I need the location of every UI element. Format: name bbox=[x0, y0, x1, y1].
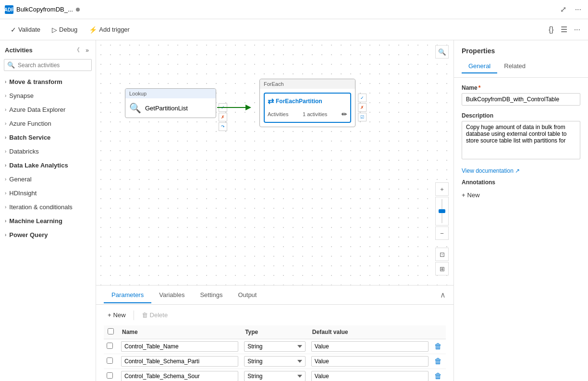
lookup-icon: 🔍 bbox=[129, 102, 141, 114]
top-bar-right: ⤢ ··· bbox=[558, 4, 583, 15]
bottom-tabs: Parameters Variables Settings Output ∧ bbox=[96, 286, 453, 305]
debug-button[interactable]: ▷ Debug bbox=[47, 24, 82, 36]
view-documentation-link[interactable]: View documentation ↗ bbox=[462, 167, 580, 174]
chevron-icon: › bbox=[5, 163, 6, 168]
foreach-inner: ⇄ ForEachPartition Activities 1 activiti… bbox=[264, 93, 351, 123]
param-default-input[interactable] bbox=[311, 341, 429, 352]
validate-button[interactable]: ✓ Validate bbox=[6, 24, 45, 36]
delete-parameter-button[interactable]: 🗑 Delete bbox=[138, 310, 172, 321]
delete-icon: 🗑 bbox=[142, 311, 148, 319]
foreach-title: ⇄ ForEachPartition bbox=[268, 96, 347, 106]
toolbar-right: {} ☰ ··· bbox=[547, 24, 582, 35]
chevron-icon: › bbox=[5, 107, 6, 112]
sidebar-item-machine-learning[interactable]: › Machine Learning bbox=[0, 214, 96, 228]
center-column: 🔍 Lookup 🔍 GetPartitionList ✓ ✗ ↷ bbox=[96, 40, 453, 381]
sidebar-item-batch-service[interactable]: › Batch Service bbox=[0, 131, 96, 144]
row-checkbox[interactable] bbox=[107, 372, 113, 379]
required-marker: * bbox=[478, 84, 481, 91]
layout-icon[interactable]: ⊞ bbox=[435, 262, 449, 275]
edit-activities-icon[interactable]: ✏ bbox=[342, 110, 347, 118]
foreach-status-btn-2[interactable]: ✗ bbox=[358, 103, 367, 112]
pipeline-canvas[interactable]: 🔍 Lookup 🔍 GetPartitionList ✓ ✗ ↷ bbox=[96, 40, 453, 285]
lookup-node-body: 🔍 GetPartitionList bbox=[125, 98, 216, 118]
sidebar-item-general[interactable]: › General bbox=[0, 172, 96, 186]
chevron-icon: › bbox=[5, 232, 6, 238]
param-type-select[interactable]: StringBoolIntFloatArrayObjectSecureStrin… bbox=[244, 341, 306, 352]
expand-all-icon[interactable]: » bbox=[84, 45, 91, 55]
sidebar-item-move-transform[interactable]: › Move & transform bbox=[0, 75, 96, 89]
chevron-icon: › bbox=[5, 79, 6, 84]
lookup-node[interactable]: Lookup 🔍 GetPartitionList ✓ ✗ ↷ bbox=[125, 88, 216, 118]
format-icon[interactable]: ☰ bbox=[559, 24, 569, 35]
sidebar-item-iteration-conditionals[interactable]: › Iteration & conditionals bbox=[0, 200, 96, 214]
sidebar-item-synapse[interactable]: › Synapse bbox=[0, 89, 96, 103]
foreach-status-btn-1[interactable]: ✓ bbox=[358, 94, 367, 102]
delete-row-button[interactable]: 🗑 bbox=[434, 342, 442, 351]
foreach-status-btn-3[interactable]: ☑ bbox=[358, 113, 367, 121]
param-name-input[interactable] bbox=[121, 371, 238, 381]
unsaved-indicator bbox=[76, 8, 80, 12]
row-checkbox[interactable] bbox=[107, 343, 113, 349]
fit-view-icon[interactable]: ⊡ bbox=[435, 248, 449, 261]
tab-output[interactable]: Output bbox=[230, 287, 264, 303]
canvas-search-icon[interactable]: 🔍 bbox=[435, 45, 449, 59]
code-icon[interactable]: {} bbox=[547, 24, 556, 35]
sidebar-item-power-query[interactable]: › Power Query bbox=[0, 228, 96, 242]
row-checkbox[interactable] bbox=[107, 357, 113, 364]
bottom-content: + New 🗑 Delete Name Type bbox=[96, 305, 453, 381]
param-default-input[interactable] bbox=[311, 356, 429, 367]
delete-row-button[interactable]: 🗑 bbox=[434, 372, 442, 381]
sidebar-item-azure-function[interactable]: › Azure Function bbox=[0, 117, 96, 131]
search-input[interactable] bbox=[18, 62, 88, 69]
status-btn-1[interactable]: ✓ bbox=[219, 103, 227, 112]
name-input[interactable] bbox=[462, 93, 580, 106]
sidebar-item-data-lake-analytics[interactable]: › Data Lake Analytics bbox=[0, 158, 96, 172]
node-status-icons: ✓ ✗ ↷ bbox=[219, 103, 227, 131]
props-tab-related[interactable]: Related bbox=[497, 60, 532, 73]
table-row: StringBoolIntFloatArrayObjectSecureStrin… bbox=[104, 369, 446, 381]
props-tab-general[interactable]: General bbox=[462, 60, 497, 73]
external-link-icon: ↗ bbox=[515, 167, 520, 174]
description-textarea[interactable]: Copy huge amount of data in bulk from da… bbox=[462, 121, 580, 159]
add-annotation-button[interactable]: + New bbox=[462, 190, 480, 201]
param-name-input[interactable] bbox=[121, 341, 238, 352]
tab-parameters[interactable]: Parameters bbox=[104, 287, 151, 303]
chevron-icon: › bbox=[5, 204, 6, 210]
more-icon[interactable]: ··· bbox=[573, 4, 583, 15]
foreach-activities: Activities 1 activities ✏ bbox=[268, 109, 347, 119]
chevron-icon: › bbox=[5, 135, 6, 140]
sidebar-item-databricks[interactable]: › Databricks bbox=[0, 144, 96, 158]
new-parameter-button[interactable]: + New bbox=[104, 310, 130, 321]
param-type-select[interactable]: StringBoolIntFloatArrayObjectSecureStrin… bbox=[244, 356, 306, 367]
toolbar: ✓ Validate ▷ Debug ⚡ Add trigger {} ☰ ··… bbox=[0, 19, 588, 40]
tab-settings[interactable]: Settings bbox=[192, 287, 230, 303]
select-all-checkbox[interactable] bbox=[108, 328, 114, 334]
zoom-in-icon[interactable]: + bbox=[435, 182, 449, 196]
param-type-select[interactable]: StringBoolIntFloatArrayObjectSecureStrin… bbox=[244, 371, 306, 381]
canvas-tools: + − ⊡ ⊞ bbox=[435, 182, 449, 275]
status-btn-2[interactable]: ✗ bbox=[219, 113, 227, 121]
zoom-out-icon[interactable]: − bbox=[435, 226, 449, 240]
props-header: Properties General Related bbox=[454, 40, 588, 78]
sidebar-search-container: 🔍 bbox=[4, 59, 92, 71]
more-options-icon[interactable]: ··· bbox=[572, 24, 582, 35]
chevron-icon: › bbox=[5, 121, 6, 126]
param-name-input[interactable] bbox=[121, 356, 238, 367]
foreach-node[interactable]: ForEach ⇄ ForEachPartition Activities 1 … bbox=[259, 79, 355, 127]
prop-name-group: Name * bbox=[462, 84, 580, 106]
tab-variables[interactable]: Variables bbox=[151, 287, 192, 303]
top-bar-left: ADF BulkCopyfromDB_... bbox=[5, 5, 80, 14]
delete-row-button[interactable]: 🗑 bbox=[434, 357, 442, 366]
bottom-panel-close-icon[interactable]: ∧ bbox=[440, 290, 446, 299]
sidebar-item-hdinsight[interactable]: › HDInsight bbox=[0, 186, 96, 200]
expand-icon[interactable]: ⤢ bbox=[558, 4, 568, 15]
add-trigger-button[interactable]: ⚡ Add trigger bbox=[84, 24, 135, 36]
foreach-status-icons: ✓ ✗ ☑ bbox=[358, 94, 367, 121]
status-btn-3[interactable]: ↷ bbox=[219, 122, 227, 131]
sidebar-item-azure-data-explorer[interactable]: › Azure Data Explorer bbox=[0, 103, 96, 117]
collapse-icon[interactable]: 《 bbox=[72, 45, 82, 55]
zoom-slider[interactable] bbox=[435, 197, 449, 226]
param-default-input[interactable] bbox=[311, 371, 429, 381]
chevron-icon: › bbox=[5, 93, 6, 98]
name-label: Name * bbox=[462, 84, 580, 91]
